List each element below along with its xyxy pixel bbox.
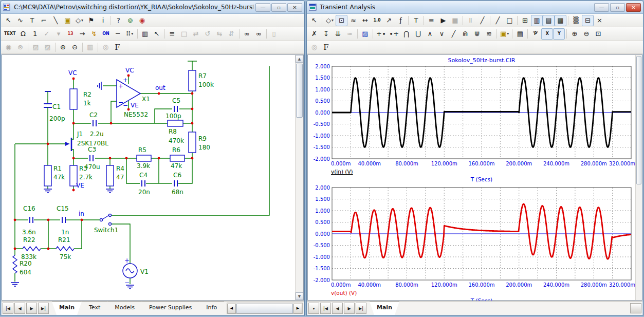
panel-grip[interactable] [630,303,641,313]
wire-mode-tool-button[interactable]: ∿ [14,15,26,26]
maximize-button[interactable]: ▫ [271,3,286,12]
node-select-button[interactable]: ↖ [151,28,163,40]
scale-mode-button[interactable]: ⊡ [336,15,347,26]
global-low-button[interactable]: ⋓ [471,28,483,40]
hscrollbar-thumb[interactable] [236,304,293,313]
digital-component-mode-button[interactable]: 1 [29,28,41,40]
go-to-y-button[interactable]: ↧ [320,28,332,40]
schematic-canvas[interactable]: VCVCC1200pR21kC2J12.2u2SK170BL+−+−VEX1NE… [2,55,290,299]
y-axis-scale-button[interactable]: Y [553,28,565,40]
tab-power-supplies[interactable]: Power Supplies [142,302,199,315]
horizontal-grid-button[interactable]: ▤ [543,15,555,26]
trace-legend[interactable]: v(in) (V) [331,169,353,175]
zoom-region-button[interactable]: ⊡ [592,28,604,40]
zoom-in-button[interactable]: ⊕ [568,28,580,40]
page-nav-button[interactable]: ▶| [38,303,49,314]
slope-tag-button[interactable]: ↗ [383,15,395,26]
condition-display-button[interactable]: ON [100,28,112,40]
line-tool-button[interactable]: ╱ [476,15,488,26]
tab-main[interactable]: Main [52,302,82,315]
maximize-button[interactable]: ▫ [610,3,625,12]
waveform-buffer-dropdown-icon[interactable]: ▾ [507,31,509,36]
x-axis-scale-button[interactable]: X [541,28,553,40]
page-nav-button[interactable]: ▶| [356,303,366,314]
zoom-out-button[interactable]: ⊖ [69,42,81,53]
scroll-left-icon[interactable]: ◀ [227,304,236,313]
function-tag-button[interactable]: ƒ [395,15,407,26]
prev-data-point-button[interactable]: ∙+ [388,28,400,40]
analysis-titlebar[interactable]: Transient Analysis — ▫ ✕ [307,1,643,14]
error-report-tool-button[interactable]: ◉ [136,15,148,26]
data-point-grid-button[interactable]: ⊞ [519,15,531,26]
plot-vertical-scrollbar[interactable] [635,55,642,300]
scroll-right-icon[interactable]: ▶ [293,304,302,313]
single-panel-button[interactable]: ⊟ [582,15,594,26]
component-mode-button[interactable]: Ω [17,28,29,40]
scrollbar-thumb[interactable] [636,56,641,184]
select-tool-button[interactable]: ↖ [3,15,14,26]
peak-button[interactable]: ⋂ [400,28,412,40]
grid-minor-button[interactable]: ▒ [570,15,582,26]
select-region-button[interactable]: □ [504,15,516,26]
periodic-steady-state-button[interactable]: 'P' [529,28,541,40]
minimize-button[interactable]: — [255,3,270,12]
close-button[interactable]: ✕ [287,3,302,12]
local-max-button[interactable]: ∧ [424,28,436,40]
find-component-button[interactable]: ∞ [241,28,253,40]
schematic-titlebar[interactable]: C:\MC9\DATA\Petrov\switching distortion\… [1,1,304,14]
close-button[interactable]: ✕ [626,3,641,12]
envelope-button[interactable]: ≋ [483,28,495,40]
wire-orthogonal-tool-button[interactable]: ⌐ [38,15,50,26]
help-mode-tool-button[interactable]: ? [113,15,124,26]
tab-models[interactable]: Models [107,302,142,315]
text-tool-button[interactable]: T [410,15,422,26]
page-nav-button[interactable]: ▶ [26,303,37,314]
page-nav-button[interactable]: |◀ [320,303,331,314]
wire-display-button[interactable]: ─ [112,28,124,40]
page-nav-button[interactable]: ◀ [14,303,25,314]
grid-display-button[interactable]: ⠿▾ [124,28,136,40]
waveform-buffer-button[interactable]: ▣▾ [499,28,510,40]
graphics-tools-button[interactable]: ◇▾ [324,15,336,26]
vin-plot[interactable]: Sokolov_50Hz-burst.CIR2.0001.5001.0000.5… [308,56,636,183]
analysis-colors-button[interactable]: ▨ [359,28,371,40]
font-button[interactable]: F [320,42,332,53]
slope-button[interactable]: ╱ [448,28,459,40]
scrollbar-thumb[interactable] [296,64,303,118]
graphics-tools-dropdown-icon[interactable]: ▾ [332,18,334,23]
page-nav-button[interactable]: ◀ [332,303,343,314]
properties-button[interactable]: ≡ [426,15,437,26]
current-probe-button[interactable]: → [77,28,88,40]
grid-display-dropdown-icon[interactable]: ▾ [131,31,133,36]
zoom-out-button[interactable]: ⊖ [580,28,592,40]
tab-main[interactable]: Main [370,302,399,315]
text-mode-button[interactable]: TEXT [3,28,17,40]
tab-text[interactable]: Text [82,302,107,315]
point-tag-button[interactable]: 1.0 [371,15,383,26]
scroll-up-icon[interactable]: ▲ [296,55,303,63]
page-nav-button[interactable]: |◀ [3,303,13,314]
grid-both-button[interactable]: ▦ [555,15,566,26]
local-min-button[interactable]: ∨ [436,28,448,40]
shape-tools-button[interactable]: ◇▾ [73,15,85,26]
text-tool-button[interactable]: T [26,15,38,26]
go-to-branch-button[interactable]: ⇊ [332,28,344,40]
tab-info[interactable]: Info [199,302,224,315]
cursor-slope-button[interactable]: × [594,15,605,26]
power-probe-button[interactable]: ↯ [88,28,100,40]
vertical-grid-button[interactable]: ▥ [531,15,543,26]
run-button[interactable]: ▶ [437,15,449,26]
minimize-button[interactable]: — [594,3,609,12]
info-tool-button[interactable]: i [97,15,109,26]
component-tool-button[interactable]: ▣ [62,15,73,26]
split-window-button[interactable]: ▥ [139,28,151,40]
web-page-tool-button[interactable]: ⊚ [124,15,136,26]
properties-button[interactable]: ≡ [167,28,178,40]
schematic-horizontal-scrollbar[interactable]: ◀ ▶ [227,303,303,314]
schematic-vertical-scrollbar[interactable]: ▲ ▼ [295,55,303,300]
valley-button[interactable]: ⋃ [412,28,424,40]
shape-tools-dropdown-icon[interactable]: ▾ [81,18,83,23]
next-data-point-button[interactable]: +∙ [375,28,388,40]
font-button[interactable]: F [112,42,123,53]
vout-plot[interactable]: 2.0001.5001.0000.5000.000-0.500-1.000-1.… [308,183,636,301]
